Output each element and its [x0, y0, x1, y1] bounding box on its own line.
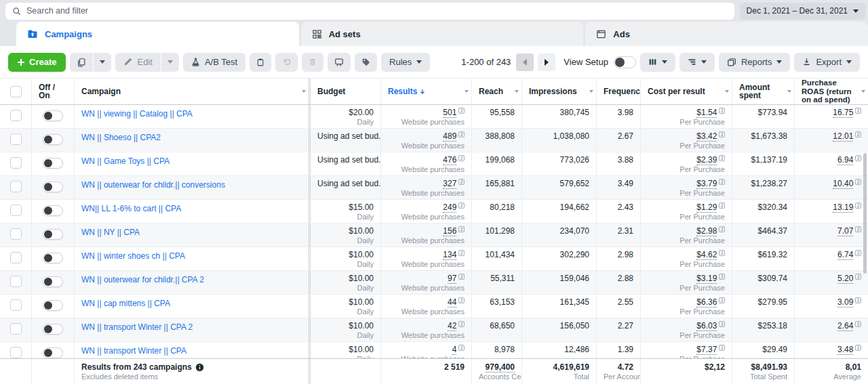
row-checkbox[interactable] — [10, 276, 22, 287]
campaign-name-link[interactable]: WN || winter shoes ch || CPA — [81, 250, 185, 261]
cost-per-result-value[interactable]: $2.98 — [696, 226, 717, 236]
results-value[interactable]: 249 — [443, 202, 456, 213]
cost-per-result-value[interactable]: $6.36 — [696, 297, 717, 307]
roas-value[interactable]: 7.07 — [837, 226, 853, 236]
campaign-toggle[interactable] — [43, 276, 63, 287]
columns-button[interactable] — [640, 53, 675, 72]
campaign-name-link[interactable]: WN || Game Toys || CPA — [81, 155, 170, 167]
roas-value[interactable]: 5.20 — [837, 274, 853, 284]
row-checkbox[interactable] — [10, 157, 22, 169]
results-value[interactable]: 97 — [448, 274, 456, 284]
campaign-toggle[interactable] — [43, 253, 63, 263]
cost-per-result-value[interactable]: $6.03 — [696, 321, 717, 331]
results-value[interactable]: 476 — [443, 155, 456, 165]
campaign-name-link[interactable]: WN || cap mittens || CPA — [81, 297, 170, 309]
campaign-name-link[interactable]: WN || transport Winter || CPA — [81, 345, 186, 356]
cost-per-result-value[interactable]: $1.29 — [696, 202, 717, 213]
results-value[interactable]: 156 — [443, 226, 456, 236]
roas-value[interactable]: 10.40 — [833, 179, 853, 189]
cost-per-result-value[interactable]: $3.42 — [696, 131, 717, 142]
header-roas[interactable]: Purchase ROAS (return on ad spend) — [795, 79, 868, 104]
next-page-button[interactable] — [538, 54, 555, 71]
campaign-toggle[interactable] — [43, 229, 63, 240]
cost-per-result-value[interactable]: $3.79 — [696, 179, 717, 189]
row-checkbox[interactable] — [10, 181, 22, 192]
select-all-checkbox[interactable] — [10, 86, 22, 98]
rules-button[interactable]: Rules — [381, 53, 430, 72]
campaign-name-link[interactable]: WN || outerwear for childr.|| CPA 2 — [81, 274, 204, 285]
row-checkbox[interactable] — [10, 133, 22, 145]
campaign-toggle[interactable] — [43, 134, 63, 145]
campaign-toggle[interactable] — [43, 300, 63, 311]
header-amount-spent[interactable]: Amount spent — [732, 79, 795, 104]
row-checkbox[interactable] — [10, 228, 22, 240]
header-campaign[interactable]: Campaign — [75, 79, 311, 104]
date-range-button[interactable]: Dec 1, 2021 – Dec 31, 2021 — [740, 3, 865, 20]
campaign-toggle[interactable] — [43, 324, 63, 335]
results-value[interactable]: 4 — [452, 345, 457, 355]
roas-value[interactable]: 6.74 — [837, 250, 853, 260]
roas-value[interactable]: 6.94 — [837, 155, 853, 165]
campaign-name-link[interactable]: WN || NY || CPA — [81, 226, 140, 238]
results-value[interactable]: 42 — [448, 321, 456, 331]
paste-button[interactable] — [250, 53, 271, 72]
edit-dropdown-button[interactable] — [161, 53, 179, 72]
edit-button[interactable]: Edit — [115, 53, 160, 72]
header-results[interactable]: Results — [381, 79, 472, 104]
undo-button[interactable] — [275, 53, 298, 72]
header-budget[interactable]: Budget — [311, 79, 381, 104]
create-button[interactable]: Create — [8, 53, 66, 72]
row-checkbox[interactable] — [10, 347, 22, 358]
roas-value[interactable]: 3.09 — [837, 297, 853, 307]
results-value[interactable]: 489 — [443, 131, 456, 142]
roas-value[interactable]: 16.75 — [833, 108, 853, 118]
cost-per-result-value[interactable]: $2.39 — [696, 155, 717, 165]
results-value[interactable]: 501 — [443, 108, 456, 118]
campaign-name-link[interactable]: WN || transport Winter || CPA 2 — [81, 321, 193, 333]
campaign-name-link[interactable]: WN || Shoeso || CPA2 — [81, 131, 161, 143]
roas-value[interactable]: 12.01 — [833, 131, 853, 142]
campaign-toggle[interactable] — [43, 182, 63, 192]
tag-button[interactable] — [355, 53, 377, 72]
cost-per-result-value[interactable]: $4.62 — [696, 250, 717, 260]
ab-test-button[interactable]: A/B Test — [183, 53, 245, 72]
campaign-toggle[interactable] — [43, 347, 63, 358]
campaign-name-link[interactable]: WN || outerwear for childr.|| conversion… — [81, 179, 225, 190]
campaign-name-link[interactable]: WN || viewing || Catalog || CPA — [81, 108, 193, 119]
row-checkbox[interactable] — [10, 252, 22, 263]
reports-button[interactable]: Reports — [719, 53, 791, 72]
header-frequency[interactable]: Frequency — [597, 79, 641, 104]
results-value[interactable]: 134 — [443, 250, 456, 260]
view-setup-toggle[interactable] — [614, 56, 636, 68]
header-cost-per-result[interactable]: Cost per result — [641, 79, 732, 104]
duplicate-dropdown-button[interactable] — [94, 53, 111, 72]
preview-button[interactable] — [328, 53, 351, 72]
info-icon[interactable] — [195, 363, 204, 372]
row-checkbox[interactable] — [10, 110, 22, 121]
tab-ad-sets[interactable]: Ad sets — [301, 22, 584, 46]
row-checkbox[interactable] — [10, 299, 22, 311]
row-checkbox[interactable] — [10, 323, 22, 335]
cost-per-result-value[interactable]: $1.54 — [696, 108, 717, 118]
header-reach[interactable]: Reach — [472, 79, 522, 104]
search-box[interactable] — [5, 3, 734, 20]
campaign-toggle[interactable] — [43, 110, 63, 121]
vertical-scrollbar[interactable] — [863, 153, 867, 274]
row-checkbox[interactable] — [10, 205, 22, 216]
prev-page-button[interactable] — [516, 54, 534, 71]
cost-per-result-value[interactable]: $7.37 — [696, 345, 717, 355]
search-input[interactable] — [26, 6, 728, 16]
duplicate-button[interactable] — [70, 53, 93, 72]
delete-button[interactable] — [302, 53, 323, 72]
roas-value[interactable]: 13.19 — [833, 202, 853, 213]
campaign-name-link[interactable]: WN|| LL 1-6% to cart || CPA — [81, 202, 181, 214]
export-button[interactable]: Export — [794, 53, 860, 72]
header-impressions[interactable]: Impressions — [522, 79, 597, 104]
campaign-toggle[interactable] — [43, 205, 63, 216]
tab-campaigns[interactable]: Campaigns — [16, 22, 299, 46]
breakdown-button[interactable] — [679, 53, 715, 72]
roas-value[interactable]: 2.64 — [837, 321, 853, 331]
reach-total[interactable]: 979,400 — [486, 362, 515, 372]
roas-value[interactable]: 3.48 — [837, 345, 853, 355]
tab-ads[interactable]: Ads — [585, 22, 868, 46]
